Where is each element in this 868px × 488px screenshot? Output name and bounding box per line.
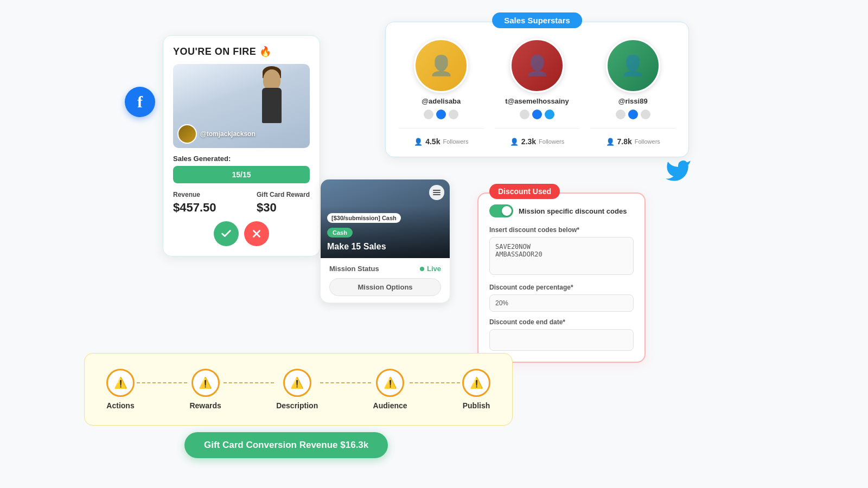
fire-card-image: @tomjackjackson: [173, 64, 310, 148]
mission-card: [$30/submission] Cash Cash Make 15 Sales…: [320, 179, 450, 303]
superstar-item-3: 👤 @rissi89 👤 7.8k Followers: [590, 38, 675, 146]
discount-card: Discount Used Mission specific discount …: [477, 192, 646, 363]
superstar-avatar-3: 👤: [606, 38, 660, 93]
svg-rect-2: [433, 190, 441, 191]
followers-icon-2: 👤: [510, 138, 519, 146]
avatar-overlay: @tomjackjackson: [177, 124, 256, 144]
step-publish-label: Publish: [463, 401, 490, 410]
step-audience-icon: ⚠️: [376, 369, 404, 397]
followers-num-2: 2.3k: [521, 137, 536, 146]
person-figure: [250, 69, 293, 148]
step-description-label: Description: [276, 401, 318, 410]
facebook-icon[interactable]: f: [125, 87, 155, 117]
live-dot: [420, 267, 424, 271]
end-date-input[interactable]: [489, 329, 634, 351]
mission-footer: Mission Status Live Mission Options: [321, 258, 450, 303]
step-actions[interactable]: ⚠️ Actions: [106, 369, 135, 410]
superstar-name-2: t@asemelhossainy: [505, 97, 569, 105]
followers-icon-3: 👤: [606, 138, 615, 146]
step-description[interactable]: ⚠️ Description: [276, 369, 318, 410]
discount-toggle[interactable]: [489, 204, 513, 217]
separator-3: [590, 128, 675, 129]
revenue-item: Revenue $457.50: [173, 191, 216, 215]
dot-7: [616, 110, 626, 119]
discount-codes-textarea[interactable]: SAVE20NOW AMBASSADOR20: [489, 237, 634, 275]
superstar-item-2: 👤 t@asemelhossainy 👤 2.3k Followers: [495, 38, 580, 146]
mission-type-badge: Cash: [327, 228, 353, 237]
live-text: Live: [427, 265, 441, 273]
step-actions-label: Actions: [106, 401, 134, 410]
superstars-card: Sales Superstars 👤 @adelisaba 👤 4.5k Fol…: [385, 22, 689, 157]
toggle-thumb: [502, 206, 512, 216]
connector-4: [410, 382, 460, 383]
approve-button[interactable]: [214, 221, 239, 246]
revenue-row: Revenue $457.50 Gift Card Reward $30: [173, 191, 310, 215]
followers-icon-1: 👤: [414, 138, 423, 146]
step-rewards-label: Rewards: [189, 401, 221, 410]
followers-label-2: Followers: [539, 138, 564, 145]
step-rewards[interactable]: ⚠️ Rewards: [189, 369, 221, 410]
svg-rect-4: [433, 194, 441, 195]
step-actions-icon: ⚠️: [106, 369, 135, 397]
fire-card-title: YOU'RE ON FIRE 🔥: [173, 46, 310, 57]
fig-head: [263, 69, 280, 90]
followers-num-1: 4.5k: [425, 137, 440, 146]
dot-1: [424, 110, 433, 119]
superstars-grid: 👤 @adelisaba 👤 4.5k Followers 👤 t@asemel…: [399, 38, 675, 146]
step-publish[interactable]: ⚠️ Publish: [462, 369, 490, 410]
sales-label: Sales Generated:: [173, 155, 310, 163]
followers-row-3: 👤 7.8k Followers: [606, 137, 660, 146]
separator-1: [399, 128, 484, 129]
dot-2: [436, 110, 446, 119]
separator-2: [495, 128, 580, 129]
toggle-row: Mission specific discount codes: [489, 204, 634, 217]
gift-card-banner: Gift Card Conversion Revenue $16.3k: [184, 432, 388, 458]
dot-4: [520, 110, 529, 119]
dot-6: [545, 110, 554, 119]
social-dots-2: [520, 110, 554, 119]
fig-body: [262, 88, 282, 123]
dot-3: [449, 110, 458, 119]
sales-bar: 15/15: [173, 166, 310, 183]
mission-status-row: Mission Status Live: [329, 265, 441, 273]
toggle-label: Mission specific discount codes: [519, 207, 627, 215]
followers-row-1: 👤 4.5k Followers: [414, 137, 468, 146]
gift-card-label: Gift Card Reward: [257, 191, 310, 198]
step-audience[interactable]: ⚠️ Audience: [373, 369, 407, 410]
gift-card-value: $30: [257, 201, 277, 214]
percentage-label: Discount code percentage*: [489, 284, 634, 291]
fb-letter: f: [137, 94, 143, 110]
superstar-item-1: 👤 @adelisaba 👤 4.5k Followers: [399, 38, 484, 146]
dot-5: [532, 110, 542, 119]
action-icons: [173, 221, 310, 246]
superstar-name-1: @adelisaba: [422, 97, 461, 105]
superstar-avatar-2: 👤: [510, 38, 564, 93]
followers-row-2: 👤 2.3k Followers: [510, 137, 564, 146]
discount-badge: Discount Used: [489, 184, 560, 199]
superstars-badge: Sales Superstars: [492, 12, 582, 28]
followers-label-1: Followers: [443, 138, 468, 145]
fire-card: YOU'RE ON FIRE 🔥 @tomjackjackson Sales G…: [163, 35, 320, 256]
end-date-label: Discount code end date*: [489, 318, 634, 326]
step-publish-icon: ⚠️: [462, 369, 490, 397]
reject-button[interactable]: [244, 221, 269, 246]
connector-3: [320, 382, 371, 383]
mission-options-button[interactable]: Mission Options: [329, 278, 441, 296]
revenue-value: $457.50: [173, 201, 216, 214]
insert-codes-label: Insert discount codes below*: [489, 226, 634, 234]
step-description-icon: ⚠️: [283, 369, 311, 397]
mission-reward-badge: [$30/submission] Cash: [327, 213, 401, 223]
gift-card-banner-text: Gift Card Conversion Revenue $16.3k: [204, 440, 368, 450]
mission-title: Make 15 Sales: [327, 242, 443, 252]
superstar-avatar-1: 👤: [414, 38, 468, 93]
hamburger-button[interactable]: [429, 185, 444, 200]
social-dots-1: [424, 110, 458, 119]
username: @tomjackjackson: [200, 130, 256, 138]
percentage-input[interactable]: [489, 294, 634, 312]
social-dots-3: [616, 110, 650, 119]
mission-image-overlay: [$30/submission] Cash Cash Make 15 Sales: [321, 206, 450, 258]
gift-card-item: Gift Card Reward $30: [257, 191, 310, 215]
avatar: [177, 124, 197, 144]
superstar-name-3: @rissi89: [618, 97, 648, 105]
dot-9: [641, 110, 650, 119]
